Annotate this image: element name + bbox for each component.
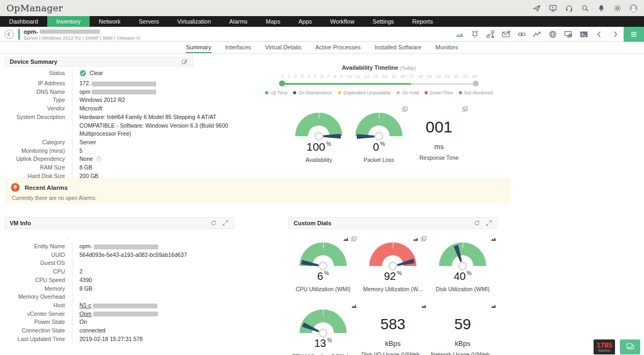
hamburger-menu-button[interactable] (624, 27, 644, 42)
custom-dials-grid: 6%CPU Utilization (WMI)92%Memory Utiliza… (288, 233, 497, 355)
field-link[interactable]: N1-c (79, 302, 91, 308)
recent-alarms-title: Recent Alarms (25, 184, 68, 191)
chevron-up-icon[interactable] (64, 236, 71, 240)
terminal-icon[interactable] (580, 30, 588, 39)
nav-item-inventory[interactable]: Inventory (47, 16, 90, 27)
dial-unit: kBps (385, 338, 401, 347)
topology-icon[interactable] (486, 30, 495, 39)
dial-cpu-utilization-viweb: 13%CPU Utilization (VIWeb... (288, 300, 358, 355)
field-value: 564d093e-5e43-a193-a082-bc59ab16d637 (72, 251, 239, 260)
nav-item-servers[interactable]: Servers (129, 16, 168, 27)
expand-icon[interactable] (222, 220, 229, 226)
field-value: On (72, 318, 239, 327)
graph-icon[interactable] (343, 236, 349, 242)
nav-item-alarms[interactable]: Alarms (220, 16, 257, 27)
field-label: RAM Size (4, 164, 72, 172)
dial-value: 6% (317, 271, 329, 282)
globe-icon[interactable] (548, 30, 557, 39)
field-label: Last Updated Time (4, 335, 72, 344)
graph-icon[interactable] (421, 303, 427, 309)
tab-summary[interactable]: Summary (186, 42, 211, 53)
gear-icon[interactable] (613, 4, 621, 12)
link-icon[interactable] (517, 30, 526, 39)
opmanager-page: OpManager DashboardInventoryNetworkServe… (0, 0, 644, 355)
search-icon[interactable] (581, 4, 589, 12)
vm-info-fields: Entity Nameopm-UUID564d093e-5e43-a193-a0… (4, 242, 240, 343)
field-value: 2019-02-18 15:27:31.578 (72, 335, 239, 344)
stacked-graph-icon[interactable] (462, 106, 468, 112)
hour-tick: 10 (347, 74, 352, 79)
bell-icon[interactable] (597, 4, 605, 12)
graph-icon[interactable] (413, 236, 419, 242)
tab-installed-software[interactable]: Installed Software (375, 42, 421, 53)
dial-label: Availability (305, 157, 332, 163)
field-link[interactable]: Opm (79, 310, 92, 317)
nav-item-network[interactable]: Network (90, 16, 129, 27)
dial-availability: 100%Availability (289, 103, 349, 163)
expand-icon[interactable] (486, 220, 492, 226)
avatar[interactable] (630, 4, 638, 12)
edit-icon[interactable] (181, 58, 188, 65)
chat-button[interactable] (620, 339, 640, 354)
nav-item-virtualization[interactable]: Virtualization (168, 16, 220, 27)
dial-packet-loss: 0%Packet Loss (349, 103, 409, 163)
stacked-graph-icon[interactable] (351, 236, 357, 242)
hour-tick: 4 (308, 74, 310, 79)
field-value: 5 (72, 147, 239, 156)
nav-item-dashboard[interactable]: Dashboard (0, 16, 47, 27)
tab-monitors[interactable]: Monitors (435, 42, 458, 53)
graph-icon[interactable] (491, 303, 496, 309)
hour-tick: 13 (374, 74, 378, 79)
chevron-right-icon[interactable] (611, 30, 619, 39)
nav-item-apps[interactable]: Apps (289, 16, 321, 27)
mail-icon[interactable] (502, 30, 510, 39)
nav-item-settings[interactable]: Settings (363, 16, 403, 27)
stacked-graph-icon[interactable] (421, 236, 427, 242)
linegraph-icon[interactable] (533, 30, 541, 39)
dial-big-value: 583 (380, 317, 406, 333)
help-icon[interactable]: ? (96, 156, 102, 162)
alarm-count-badge[interactable]: 1785 Alarms (594, 339, 615, 354)
hour-tick: 2 (294, 74, 296, 79)
field-row: HostN1-c (4, 301, 240, 310)
device-meta: Server | Windows 2012 R2 | SNMP | WMI | … (24, 35, 141, 41)
tab-virtual-details[interactable]: Virtual Details (265, 42, 302, 53)
field-value: connected (72, 327, 239, 335)
field-label: UUID (4, 251, 72, 260)
hour-tick: 12 (364, 74, 369, 79)
graph-icon[interactable] (491, 236, 496, 242)
hour-tick: 21 (445, 74, 450, 79)
stacked-graph-icon[interactable] (402, 106, 408, 112)
field-row: TypeWindows 2012 R2 (4, 96, 240, 105)
presentation-icon[interactable] (549, 4, 557, 12)
nav-item-reports[interactable]: Reports (403, 16, 442, 27)
field-label: CPU Speed (4, 276, 72, 285)
kpi-dials: 100%Availability0%Packet Loss001msRespon… (289, 103, 469, 163)
hour-tick: 20 (436, 74, 441, 79)
areachart-icon[interactable] (455, 30, 464, 39)
redacted-value (93, 312, 158, 316)
headset-icon[interactable] (565, 4, 573, 12)
refresh-icon[interactable] (474, 220, 480, 226)
field-label: Uplink Dependency (4, 155, 72, 164)
field-value: Clear (72, 69, 239, 79)
rocket-icon[interactable] (533, 4, 541, 12)
graph-icon[interactable] (351, 303, 357, 309)
svg-text:?: ? (98, 157, 100, 161)
tab-active-processes[interactable]: Active Processes (316, 42, 361, 53)
monitor-clock-icon[interactable] (564, 30, 573, 39)
chevron-left-icon[interactable] (595, 30, 604, 39)
field-label: Entity Name (4, 242, 72, 251)
gauge-hub (375, 132, 384, 141)
availability-timeline: Availability Timeline (Today) 0123456789… (279, 64, 479, 95)
recent-alarms-message: Currently there are no open Alarms. (12, 195, 97, 201)
tab-interfaces[interactable]: Interfaces (225, 42, 251, 53)
nav-item-maps[interactable]: Maps (257, 16, 289, 27)
back-button[interactable] (4, 29, 14, 39)
field-row: Monitoring (mins)5 (4, 147, 240, 156)
gauge (295, 113, 342, 136)
refresh-icon[interactable] (210, 220, 217, 226)
alarmbell-icon[interactable] (471, 30, 479, 39)
nav-item-workflow[interactable]: Workflow (321, 16, 363, 27)
field-label: Vendor (4, 105, 72, 113)
